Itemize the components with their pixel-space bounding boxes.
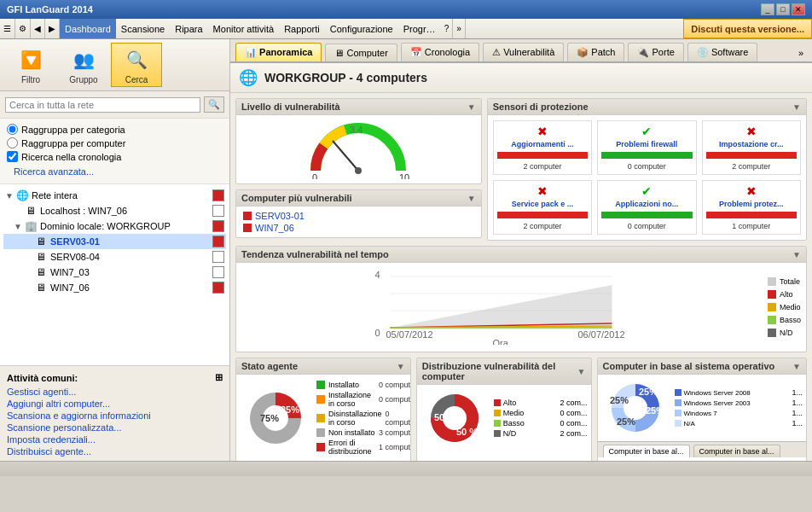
sensor-4: ✔ Applicazioni no... 0 computer (597, 180, 696, 235)
action-scansione-pers[interactable]: Scansione personalizzata... (7, 422, 223, 433)
vuln-computers-panel: Computer più vulnerabili ▼ SERV03-01 WIN… (235, 189, 482, 238)
agent-arr[interactable]: ▼ (397, 362, 405, 371)
help-btn[interactable]: ? (441, 19, 454, 38)
tab-comp-base-2[interactable]: Computer in base al... (693, 445, 780, 457)
tree-item-serv08[interactable]: 🖥 SERV08-04 (3, 249, 226, 265)
titlebar: GFI LanGuard 2014 _ □ ✕ (0, 0, 812, 19)
action-aggiungi[interactable]: Aggiungi altri computer... (7, 398, 223, 410)
sensor-icon-green: ✔ (641, 125, 652, 138)
gruppo-label: Gruppo (69, 75, 97, 84)
collapse-icon[interactable]: ⊞ (215, 372, 223, 383)
titlebar-controls[interactable]: _ □ ✕ (761, 3, 805, 15)
radio-category-label: Raggruppa per categoria (21, 125, 125, 135)
svg-line-0 (333, 141, 358, 171)
more-btn[interactable]: » (453, 19, 466, 38)
back-btn[interactable]: ◀ (31, 19, 45, 38)
sensor-1: ✔ Problemi firewall 0 computer (597, 120, 696, 175)
sensor-count-2: 2 computer (732, 162, 770, 171)
alto-distrib-dot (494, 399, 501, 406)
tab-panoramica[interactable]: 📊 Panoramica (235, 43, 322, 61)
statusbar (0, 461, 812, 476)
status-red (212, 189, 224, 201)
tab-vulnerabilita[interactable]: ⚠ Vulnerabilità (483, 43, 564, 61)
menu-scansione[interactable]: Scansione (116, 19, 170, 38)
menu-rapporti[interactable]: Rapporti (279, 19, 325, 38)
advanced-search-link[interactable]: Ricerca avanzata... (14, 166, 94, 177)
discuss-btn[interactable]: Discuti questa versione... (683, 19, 812, 38)
trend-legend: Totale Alto Medio (761, 268, 801, 346)
comp-name-0[interactable]: SERV03-01 (255, 211, 304, 221)
tree-item-win706[interactable]: 🖥 WIN7_06 (3, 280, 226, 295)
sensor-label-4[interactable]: Applicazioni no... (615, 200, 678, 208)
filter-icon: 🔽 (17, 46, 44, 73)
non-install-dot (316, 428, 325, 437)
menu-dashboard[interactable]: Dashboard (60, 19, 116, 38)
app-logo-btn[interactable]: ⚙ (15, 19, 31, 38)
sensor-label-1[interactable]: Problemi firewall (616, 140, 677, 148)
agent-content: 75% 25% Installato 0 computer (236, 375, 410, 461)
tab-cronologia[interactable]: 📅 Cronologia (401, 43, 479, 61)
svg-text:Ora: Ora (492, 338, 508, 345)
vuln-arr[interactable]: ▼ (467, 102, 476, 112)
trend-arr[interactable]: ▼ (792, 250, 801, 259)
comp-name-1[interactable]: WIN7_06 (255, 223, 294, 233)
tree-item-win703[interactable]: 🖥 WIN7_03 (3, 265, 226, 280)
sensor-label-2[interactable]: Impostazione cr... (719, 140, 784, 148)
fwd-btn[interactable]: ▶ (45, 19, 60, 38)
network-icon: 🌐 (15, 189, 29, 202)
windows-icon: 🖥 (34, 265, 48, 279)
tab-software[interactable]: 💿 Software (687, 43, 757, 61)
group-icon: 👥 (70, 46, 97, 73)
prot-sensors-panel: Sensori di protezione ▼ ✖ Aggiornamenti … (487, 98, 807, 241)
status-red (212, 236, 224, 247)
tree-item-network[interactable]: ▼ 🌐 Rete intera (3, 188, 226, 203)
sensors-arr[interactable]: ▼ (792, 102, 801, 112)
menu-progr[interactable]: Progr… (398, 19, 441, 38)
menu-icon-btn[interactable]: ☰ (0, 19, 15, 38)
minimize-btn[interactable]: _ (761, 3, 774, 15)
sensor-label-5[interactable]: Problemi protez... (719, 200, 784, 208)
main-layout: 🔽 Filtro 👥 Gruppo 🔍 Cerca 🔍 Raggruppa pe… (0, 39, 812, 461)
menu-monitor[interactable]: Monitor attività (208, 19, 280, 38)
totale-dot (768, 277, 776, 286)
menu-ripara[interactable]: Ripara (170, 19, 207, 38)
tab-computer[interactable]: 🖥 Computer (325, 44, 397, 61)
sensor-label-3[interactable]: Service pack e ... (512, 200, 574, 208)
filtro-tool[interactable]: 🔽 Filtro (5, 43, 56, 87)
legend-non-install: Non installato 3 computer (316, 428, 411, 438)
restore-btn[interactable]: □ (776, 3, 790, 15)
sensor-count-3: 2 computer (523, 222, 561, 230)
action-credenziali[interactable]: Imposta credenziali... (7, 433, 223, 445)
sensor-bar-0 (497, 152, 588, 159)
tabs-more-btn[interactable]: » (795, 44, 807, 61)
svg-text:0: 0 (312, 172, 317, 179)
action-distribuisci[interactable]: Distribuisci agente... (7, 445, 223, 457)
os-ws2003: Windows Server 2003 1... (675, 398, 803, 408)
radio-computer[interactable] (7, 137, 18, 148)
tab-comp-base-1[interactable]: Computer in base al... (603, 445, 690, 457)
search-button[interactable]: 🔍 (204, 96, 224, 113)
radio-category[interactable] (7, 124, 18, 135)
comp-arr[interactable]: ▼ (467, 194, 476, 203)
agent-header: Stato agente ▼ (236, 358, 410, 375)
search-input[interactable] (5, 97, 200, 113)
sensor-label-0[interactable]: Aggiornamenti ... (511, 140, 574, 148)
action-gestisci[interactable]: Gestisci agenti... (7, 386, 223, 398)
cerca-tool[interactable]: 🔍 Cerca (111, 43, 162, 87)
tab-porte[interactable]: 🔌 Porte (628, 43, 683, 61)
menu-config[interactable]: Configurazione (325, 19, 398, 38)
tree-item-workgroup[interactable]: ▼ 🏢 Dominio locale: WORKGROUP (3, 218, 226, 234)
close-btn[interactable]: ✕ (792, 3, 805, 15)
os-distrib-arr[interactable]: ▼ (792, 362, 801, 371)
tree-item-localhost[interactable]: 🖥 Localhost : WIN7_06 (3, 203, 226, 218)
menu-group-left: ☰ ⚙ ◀ ▶ (0, 19, 60, 38)
action-scansiona[interactable]: Scansiona e aggiorna informazioni (7, 410, 223, 422)
vuln-distrib-arr[interactable]: ▼ (577, 367, 586, 376)
radio-computer-label: Raggruppa per computer (21, 138, 125, 148)
gruppo-tool[interactable]: 👥 Gruppo (58, 43, 109, 87)
trend-chart-area: 4 0 (241, 268, 761, 346)
check-history[interactable] (7, 151, 18, 162)
tab-patch[interactable]: 📦 Patch (567, 43, 624, 61)
ws2008-dot (675, 389, 682, 396)
tree-item-serv03[interactable]: 🖥 SERV03-01 (3, 234, 226, 249)
